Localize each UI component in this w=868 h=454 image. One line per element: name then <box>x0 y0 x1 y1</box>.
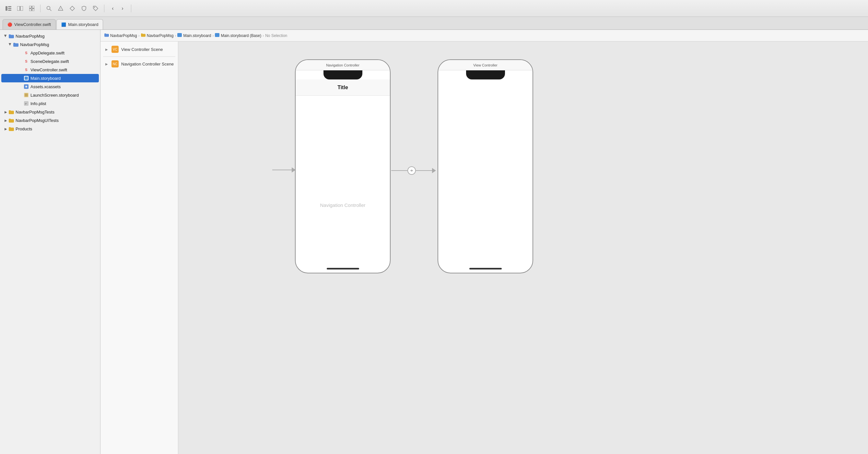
sidebar-item-launchscreen[interactable]: LaunchScreen.storyboard <box>1 91 99 99</box>
canvas: Navigation Controller Title Navigation C… <box>178 41 868 454</box>
svg-rect-24 <box>177 33 182 37</box>
sidebar-item-uitests[interactable]: ▶ NavbarPopMsgUITests <box>1 116 99 124</box>
folder-icon-tests <box>8 109 14 115</box>
toolbar: ! ‹ › <box>0 0 868 17</box>
breadcrumb-navbarpopsmsg-2[interactable]: NavbarPopMsg <box>147 33 174 38</box>
svg-rect-7 <box>32 6 34 8</box>
diamond-icon[interactable] <box>68 4 77 13</box>
sidebar-item-tests[interactable]: ▶ NavbarPopMsgTests <box>1 108 99 116</box>
shield-icon[interactable] <box>80 4 89 13</box>
forward-button[interactable]: › <box>118 4 127 13</box>
breadcrumb-mainstoryboard[interactable]: Main.storyboard <box>183 33 211 38</box>
entry-arrow-line <box>272 170 292 170</box>
warning-icon[interactable]: ! <box>56 4 65 13</box>
segue-line-left <box>391 170 407 171</box>
segue-circle[interactable] <box>407 167 416 175</box>
svg-rect-3 <box>8 10 11 11</box>
scene-disclosure-nc: ▶ <box>104 62 109 66</box>
svg-rect-17 <box>25 77 28 80</box>
sidebar-item-root[interactable]: ▶ NavbarPopMsg <box>1 32 99 40</box>
nav-bar-title: Title <box>337 85 348 90</box>
scene-icon-vc: VC <box>112 46 119 53</box>
phone-notch-vc <box>466 70 505 80</box>
split-view-icon[interactable] <box>16 4 25 13</box>
svg-rect-6 <box>29 6 31 8</box>
phone-home-indicator-vc <box>469 268 502 270</box>
sidebar-item-group-navbarpopsmsg[interactable]: ▶ NavbarPopMsg <box>1 40 99 49</box>
sidebar-item-viewcontroller[interactable]: S ViewController.swift <box>1 65 99 74</box>
storyboard-icon-main <box>23 75 29 81</box>
svg-rect-0 <box>5 6 7 11</box>
svg-rect-9 <box>32 9 34 11</box>
svg-point-19 <box>25 86 27 88</box>
sidebar-item-appdelegate[interactable]: S AppDelegate.swift <box>1 49 99 57</box>
back-button[interactable]: ‹ <box>108 4 117 13</box>
folder-icon-products <box>8 126 14 132</box>
sidebar-item-scenedelegate[interactable]: S SceneDelegate.swift <box>1 57 99 65</box>
breadcrumb-sep-1: › <box>138 33 140 38</box>
scene-separator <box>103 56 175 57</box>
sidebar-item-assets[interactable]: Assets.xcassets <box>1 82 99 91</box>
sidebar-item-infoplist[interactable]: P Info.plist <box>1 99 99 108</box>
scene-item-viewcontroller[interactable]: ▶ VC View Controller Scene <box>100 43 178 55</box>
breadcrumb-icon-3 <box>177 33 182 38</box>
tab-mainstoryboard-label: Main.storyboard <box>68 22 98 27</box>
svg-rect-2 <box>8 8 11 9</box>
svg-marker-14 <box>70 6 74 11</box>
sidebar-item-products[interactable]: ▶ Products <box>1 124 99 133</box>
breadcrumb-sep-2: › <box>175 33 176 38</box>
assets-icon <box>23 84 29 90</box>
sidebar-item-mainstoryboard[interactable]: Main.storyboard <box>1 74 99 82</box>
toolbar-separator-3 <box>131 4 131 12</box>
tab-mainstoryboard[interactable]: 🟦 Main.storyboard <box>56 19 103 30</box>
sidebar-tests-label: NavbarPopMsgTests <box>16 110 96 115</box>
svg-rect-8 <box>29 9 31 11</box>
tag-icon[interactable] <box>91 4 100 13</box>
phone-view-controller[interactable]: View Controller <box>438 59 533 273</box>
breadcrumb-no-selection: No Selection <box>265 33 287 38</box>
nav-controller-label: Navigation Controller <box>320 202 365 208</box>
svg-line-11 <box>50 9 52 11</box>
disclosure-mainstoryboard <box>18 75 23 81</box>
breadcrumb-navbarpopsmsg-1[interactable]: NavbarPopMsg <box>110 33 137 38</box>
disclosure-viewcontroller <box>18 67 23 72</box>
disclosure-products: ▶ <box>3 126 8 131</box>
svg-rect-1 <box>8 6 11 7</box>
sidebar-navbarpopsmsg-label: NavbarPopMsg <box>20 42 96 47</box>
svg-point-15 <box>94 7 95 8</box>
phone-navigation-bar: Title <box>296 80 390 96</box>
phone-notch-nav <box>323 70 362 80</box>
phone-nav-controller[interactable]: Navigation Controller Title Navigation C… <box>295 59 391 273</box>
svg-rect-21 <box>25 93 28 97</box>
swift-icon-viewcontroller: S <box>23 67 29 73</box>
svg-text:!: ! <box>60 7 61 10</box>
disclosure-infoplist <box>18 101 23 106</box>
toolbar-separator-2 <box>104 4 104 12</box>
sidebar-infoplist-label: Info.plist <box>30 101 96 106</box>
grid-view-icon[interactable] <box>27 4 36 13</box>
nav-controller-header-bar: Navigation Controller <box>296 60 390 70</box>
main-layout: ▶ NavbarPopMsg ▶ NavbarPopMsg S AppDeleg… <box>0 30 868 454</box>
scene-label-vc: View Controller Scene <box>121 47 163 52</box>
sidebar-assets-label: Assets.xcassets <box>30 84 96 89</box>
tab-bar: 🔴 ViewController.swift 🟦 Main.storyboard <box>0 17 868 30</box>
folder-icon-root <box>8 33 14 39</box>
phone-home-indicator-nav <box>327 268 359 270</box>
view-controller-header-bar: View Controller <box>438 60 532 70</box>
breadcrumb-mainstoryboard-base[interactable]: Main.storyboard (Base) <box>221 33 261 38</box>
breadcrumb-sep-4: › <box>262 33 264 38</box>
scene-label-nc: Navigation Controller Scene <box>121 62 174 66</box>
search-icon[interactable] <box>44 4 54 13</box>
sidebar-uitests-label: NavbarPopMsgUITests <box>16 118 96 123</box>
sidebar-toggle-icon[interactable] <box>4 4 13 13</box>
swift-icon-appdelegate: S <box>23 50 29 56</box>
disclosure-uitests: ▶ <box>3 118 8 123</box>
tab-viewcontroller[interactable]: 🔴 ViewController.swift <box>3 19 56 30</box>
folder-icon-navbarpopsmsg <box>13 41 19 47</box>
view-controller-header-label: View Controller <box>473 63 497 67</box>
disclosure-launchscreen <box>18 92 23 98</box>
swift-file-icon: 🔴 <box>7 22 12 27</box>
storyboard-icon-launch <box>23 92 29 98</box>
scene-item-navcontroller[interactable]: ▶ NC Navigation Controller Scene <box>100 58 178 70</box>
disclosure-navbarpopsmsg: ▶ <box>8 42 13 47</box>
